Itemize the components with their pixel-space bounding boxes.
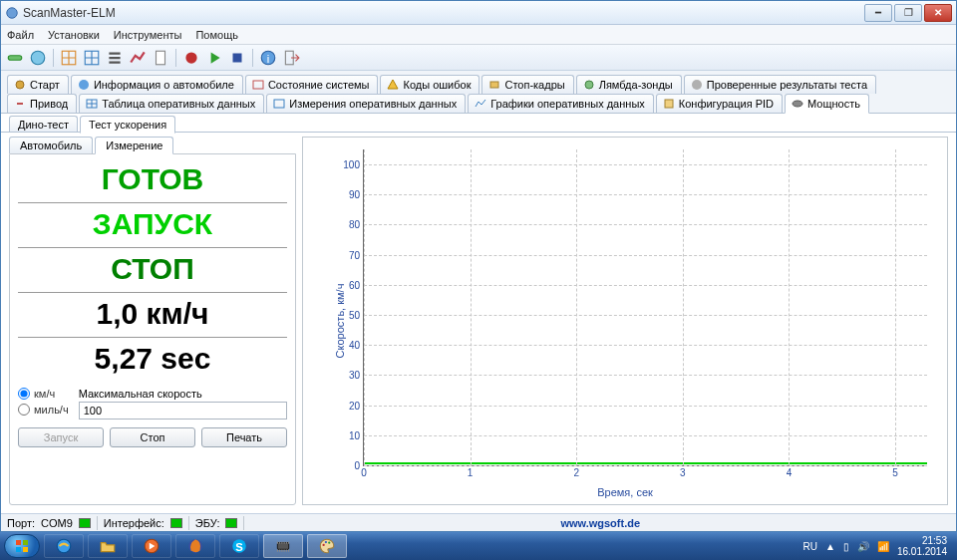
close-button[interactable]: ✕: [924, 4, 952, 22]
port-led-icon: [79, 518, 91, 528]
maxspeed-label: Максимальная скорость: [79, 388, 287, 400]
content-area: Автомобиль Измерение ГОТОВ ЗАПУСК СТОП 1…: [1, 132, 956, 513]
taskbar-paint[interactable]: [307, 534, 347, 558]
svg-rect-24: [23, 540, 28, 545]
launch-button[interactable]: Запуск: [18, 427, 104, 447]
ie-icon: [55, 537, 73, 555]
play-icon[interactable]: [204, 48, 224, 68]
menu-tools[interactable]: Инструменты: [114, 29, 182, 41]
battery-icon[interactable]: ▯: [843, 541, 849, 552]
tab-data-measure[interactable]: Измерения оперативных данных: [266, 94, 466, 113]
maximize-button[interactable]: ❐: [894, 4, 922, 22]
taskbar-wmp[interactable]: [132, 534, 171, 558]
maxspeed-group: Максимальная скорость: [79, 388, 287, 420]
window-buttons: ━ ❐ ✕: [864, 4, 952, 22]
grid-blue-icon[interactable]: [82, 48, 102, 68]
list-icon[interactable]: [105, 48, 125, 68]
tab-lambda[interactable]: Лямбда-зонды: [576, 75, 682, 94]
tab-data-charts[interactable]: Графики оперативных данных: [468, 94, 654, 113]
svg-rect-1: [8, 55, 22, 60]
tab-pid-config[interactable]: Конфигурация PID: [656, 94, 783, 113]
tray-time: 21:53: [897, 535, 947, 546]
network-icon[interactable]: 📶: [877, 541, 889, 552]
taskbar-skype[interactable]: S: [219, 534, 259, 558]
taskbar-scanmaster[interactable]: [263, 534, 303, 558]
globe-icon[interactable]: [28, 48, 48, 68]
unit-radios: км/ч миль/ч: [18, 388, 69, 416]
minimize-button[interactable]: ━: [864, 4, 892, 22]
taskbar-ie[interactable]: [44, 534, 84, 558]
status-ready: ГОТОВ: [18, 158, 287, 203]
stop-button[interactable]: Стоп: [110, 427, 195, 447]
chart-ylabel: Скорость, км/ч: [334, 284, 346, 359]
svg-rect-5: [157, 51, 165, 65]
svg-rect-25: [16, 547, 21, 552]
toolbar-separator: [175, 49, 176, 67]
status-stop: СТОП: [18, 248, 287, 293]
tray-lang[interactable]: RU: [803, 541, 817, 552]
print-button[interactable]: Печать: [201, 427, 287, 447]
svg-rect-26: [23, 547, 28, 552]
tab-label: Графики оперативных данных: [490, 98, 645, 110]
taskbar: S RU ▲ ▯ 🔊 📶 21:53 16.01.2014: [0, 532, 957, 560]
radio-mph-input[interactable]: [18, 404, 30, 416]
radio-kmh[interactable]: км/ч: [18, 388, 69, 400]
start-button[interactable]: [4, 534, 40, 558]
maxspeed-input[interactable]: [79, 402, 287, 420]
taskbar-firefox[interactable]: [175, 534, 215, 558]
status-port-value: COM9: [41, 517, 73, 529]
flag-icon[interactable]: ▲: [825, 541, 835, 552]
svg-rect-23: [16, 540, 21, 545]
menu-settings[interactable]: Установки: [48, 29, 100, 41]
subtab-accel[interactable]: Тест ускорения: [80, 116, 175, 134]
skype-icon: S: [230, 537, 248, 555]
menu-file[interactable]: Файл: [7, 29, 34, 41]
app-window: ScanMaster-ELM ━ ❐ ✕ Файл Установки Инст…: [0, 0, 957, 532]
tab-vehicle-info[interactable]: Информация о автомобиле: [71, 75, 243, 94]
firefox-icon: [186, 537, 204, 555]
stop-icon[interactable]: [227, 48, 247, 68]
subtabs: Дино-тест Тест ускорения: [1, 113, 956, 133]
radio-mph[interactable]: миль/ч: [18, 404, 69, 416]
chart-icon[interactable]: [128, 48, 148, 68]
results-icon: [691, 79, 703, 91]
menu-help[interactable]: Помощь: [195, 29, 238, 41]
tab-start[interactable]: Старт: [7, 75, 69, 94]
tab-data-table[interactable]: Таблица оперативных данных: [79, 94, 264, 113]
panel-tabs: Автомобиль Измерение: [9, 137, 296, 153]
play-icon: [143, 537, 160, 555]
tab-label: Состояние системы: [268, 79, 370, 91]
subtab-dyno[interactable]: Дино-тест: [9, 116, 78, 133]
connect-icon[interactable]: [5, 48, 25, 68]
tab-drive[interactable]: Привод: [7, 94, 77, 113]
panel-tab-measure[interactable]: Измерение: [95, 137, 173, 154]
taskbar-explorer[interactable]: [88, 534, 128, 558]
info-icon[interactable]: i: [258, 48, 278, 68]
volume-icon[interactable]: 🔊: [857, 541, 869, 552]
svg-text:S: S: [235, 541, 243, 553]
tray-clock[interactable]: 21:53 16.01.2014: [897, 535, 947, 557]
document-icon[interactable]: [151, 48, 170, 68]
tab-error-codes[interactable]: Коды ошибок: [380, 75, 479, 94]
svg-rect-8: [233, 53, 242, 62]
buttons-row: Запуск Стоп Печать: [18, 427, 287, 447]
chart-icon: [475, 98, 486, 110]
tab-power[interactable]: Мощность: [785, 94, 869, 114]
panel-tab-vehicle[interactable]: Автомобиль: [9, 137, 93, 153]
status-url[interactable]: www.wgsoft.de: [250, 517, 950, 529]
exit-icon[interactable]: [281, 48, 301, 68]
radio-mph-label: миль/ч: [34, 404, 69, 416]
tab-test-results[interactable]: Проверенные результаты теста: [684, 75, 876, 94]
svg-rect-21: [665, 100, 673, 108]
record-icon[interactable]: [181, 48, 201, 68]
grid-orange-icon[interactable]: [59, 48, 79, 68]
tray-date: 16.01.2014: [897, 546, 947, 557]
tab-freeze-frames[interactable]: Стоп-кадры: [481, 75, 573, 94]
palette-icon: [318, 537, 336, 555]
ecu-led-icon: [225, 518, 237, 528]
status-start: ЗАПУСК: [18, 203, 287, 248]
system-tray: RU ▲ ▯ 🔊 📶 21:53 16.01.2014: [803, 535, 953, 557]
radio-kmh-input[interactable]: [18, 388, 30, 400]
tab-system-status[interactable]: Состояние системы: [245, 75, 379, 94]
gauge-icon: [273, 98, 285, 110]
